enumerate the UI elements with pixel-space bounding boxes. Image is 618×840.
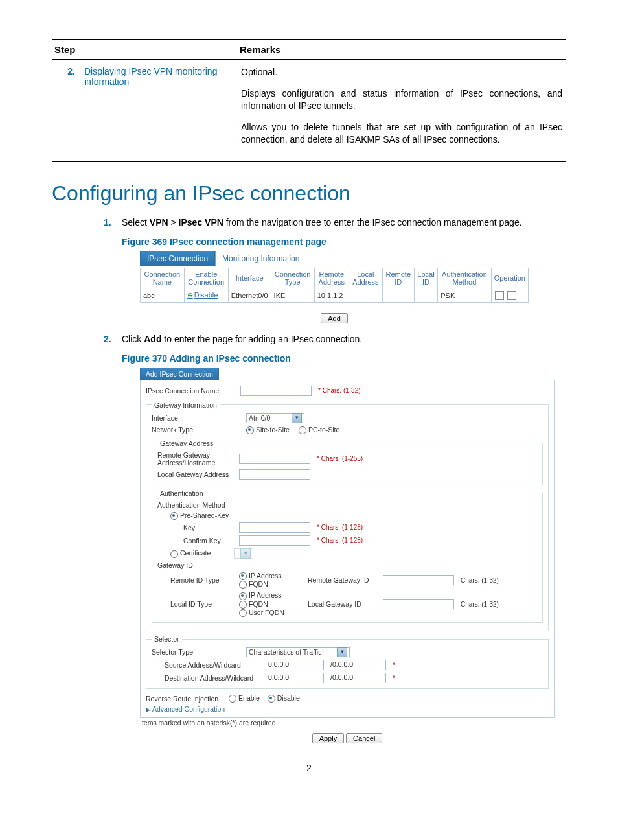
step-remarks-table: Step Remarks 2. Displaying IPsec VPN mon…: [52, 39, 566, 162]
figure-caption: Figure 370 Adding an IPsec connection: [122, 353, 566, 364]
ipsec-name-label: IPsec Connection Name: [146, 387, 236, 395]
col-remarks: Remarks: [237, 40, 566, 60]
local-gw-input[interactable]: [239, 469, 310, 480]
src-addr-input[interactable]: 0.0.0.0: [266, 660, 324, 670]
required-footnote: Items marked with an asterisk(*) are req…: [140, 719, 555, 727]
cancel-button[interactable]: Cancel: [346, 733, 382, 743]
gateway-info-group: Gateway Information Interface Atm0/0▾ Ne…: [146, 401, 549, 632]
remark-line: Optional.: [241, 66, 562, 78]
col-step: Step: [52, 40, 237, 60]
selector-group: Selector Selector Type Characteristics o…: [146, 635, 549, 689]
cert-select[interactable]: ▾: [234, 548, 253, 559]
rid-ip-radio[interactable]: IP Address: [239, 572, 304, 580]
auth-psk-radio[interactable]: Pre-Shared-Key: [170, 511, 229, 520]
instruction-text: Select VPN > IPsec VPN from the navigati…: [122, 217, 522, 228]
src-wild-input[interactable]: /0.0.0.0: [328, 660, 386, 670]
advanced-config-link[interactable]: Advanced Configuration: [146, 705, 225, 713]
auth-cert-radio[interactable]: Certificate: [170, 549, 211, 557]
remote-gw-id-input[interactable]: [383, 575, 454, 585]
network-type-site[interactable]: Site-to-Site: [246, 426, 290, 434]
dst-wild-input[interactable]: /0.0.0.0: [328, 673, 386, 683]
figure-369: IPsec Connection Monitoring Information …: [140, 251, 529, 323]
tab-ipsec-connection[interactable]: IPsec Connection: [140, 251, 215, 266]
gateway-address-group: Gateway Address Remote Gateway Address/H…: [152, 439, 543, 485]
page-number: 2: [52, 763, 566, 773]
rid-fqdn-radio[interactable]: FQDN: [239, 580, 304, 589]
figure-370: Add IPsec Connection IPsec Connection Na…: [140, 368, 555, 744]
step-number: 2.: [52, 60, 80, 162]
ipsec-connection-table: Connection Name Enable Connection Interf…: [140, 268, 529, 302]
rri-disable-radio[interactable]: Disable: [268, 694, 300, 703]
ipsec-name-input[interactable]: [240, 386, 312, 396]
network-type-pc[interactable]: PC-to-Site: [299, 426, 339, 434]
lid-userfqdn-radio[interactable]: User FQDN: [239, 609, 304, 617]
interface-select[interactable]: Atm0/0▾: [246, 413, 304, 423]
confirm-key-input[interactable]: [239, 535, 310, 546]
instruction-number: 1.: [104, 217, 111, 228]
delete-icon[interactable]: [507, 291, 516, 300]
remark-line: Allows you to delete tunnels that are se…: [241, 121, 562, 146]
add-button[interactable]: Add: [321, 313, 348, 323]
table-row: abc Disable Ethernet0/0 IKE 10.1.1.2 PSK: [141, 288, 529, 302]
rri-enable-radio[interactable]: Enable: [229, 694, 260, 703]
remote-gw-input[interactable]: [239, 454, 310, 464]
key-input[interactable]: [239, 522, 310, 533]
instruction-text: Click Add to enter the page for adding a…: [122, 334, 362, 344]
chevron-down-icon: ▾: [240, 548, 251, 559]
toggle-enable[interactable]: Disable: [187, 291, 218, 299]
authentication-group: Authentication Authentication Method Pre…: [152, 489, 543, 623]
tab-add-ipsec[interactable]: Add IPsec Connection: [140, 368, 219, 380]
chevron-down-icon: ▾: [292, 413, 302, 423]
lid-fqdn-radio[interactable]: FQDN: [239, 600, 304, 609]
edit-icon[interactable]: [495, 291, 504, 300]
step-link[interactable]: Displaying IPsec VPN monitoring informat…: [84, 66, 217, 87]
apply-button[interactable]: Apply: [312, 733, 345, 743]
figure-caption: Figure 369 IPsec connection management p…: [122, 237, 566, 247]
local-gw-id-input[interactable]: [383, 599, 454, 609]
dst-addr-input[interactable]: 0.0.0.0: [266, 673, 324, 683]
chevron-down-icon: ▾: [337, 647, 347, 657]
lid-ip-radio[interactable]: IP Address: [239, 591, 304, 600]
remark-line: Displays configuration and status inform…: [241, 88, 562, 112]
section-heading: Configuring an IPsec connection: [52, 181, 566, 205]
selector-type-select[interactable]: Characteristics of Traffic▾: [246, 647, 350, 657]
tab-monitoring-info[interactable]: Monitoring Information: [215, 251, 306, 266]
instruction-number: 2.: [104, 334, 111, 344]
